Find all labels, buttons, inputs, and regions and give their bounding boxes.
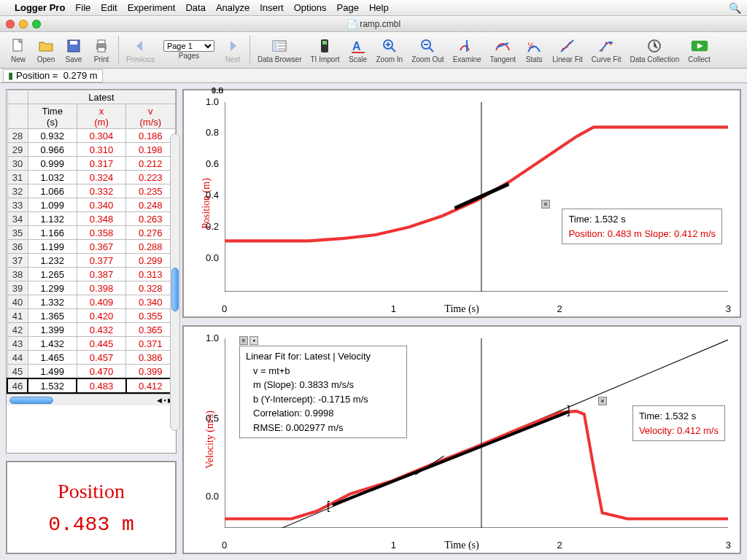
table-row[interactable]: 43 1.432 0.445 0.371 xyxy=(7,337,175,351)
workspace: Latest Time(s) x(m) v(m/s) 28 0.932 0.30… xyxy=(0,83,747,560)
col-v[interactable]: v(m/s) xyxy=(126,104,175,129)
previous-page-button[interactable]: Previous xyxy=(122,35,159,65)
svg-text:[: [ xyxy=(327,499,330,512)
sensor-status-bar: ▮ Position = 0.279 m xyxy=(0,69,747,83)
next-page-button[interactable]: Next xyxy=(219,35,247,65)
curve-fit-button[interactable]: Curve Fit xyxy=(587,35,626,65)
svg-rect-2 xyxy=(70,41,77,44)
svg-point-15 xyxy=(562,48,565,50)
graph2-examine-close-icon[interactable]: × xyxy=(598,397,607,405)
graph2-fit-readout[interactable]: Linear Fit for: Latest | Velocity v = mt… xyxy=(239,346,407,438)
menu-data[interactable]: Data xyxy=(185,2,205,13)
table-row[interactable]: 46 1.532 0.483 0.412 xyxy=(7,378,175,393)
table-row[interactable]: 40 1.332 0.409 0.340 xyxy=(7,295,175,309)
table-row[interactable]: 39 1.299 0.398 0.328 xyxy=(7,281,175,295)
table-row[interactable]: 41 1.365 0.420 0.355 xyxy=(7,309,175,323)
svg-point-18 xyxy=(601,50,603,52)
menubar: Logger Pro File Edit Experiment Data Ana… xyxy=(0,0,747,16)
menu-insert[interactable]: Insert xyxy=(260,2,284,13)
graph-position[interactable]: Position (m) Time (s) 1.0 0.8 xyxy=(182,89,741,318)
graph1-examine-close-icon[interactable]: × xyxy=(541,200,550,209)
svg-point-16 xyxy=(566,46,568,48)
app-name[interactable]: Logger Pro xyxy=(15,2,65,13)
graph2-cursor-time: Time: 1.532 s xyxy=(639,409,719,424)
graph1-cursor-time: Time: 1.532 s xyxy=(568,212,716,227)
meter-value: 0.483 m xyxy=(48,513,134,536)
page-dropdown[interactable]: Page 1 xyxy=(163,40,214,52)
graph1-examine-readout[interactable]: Time: 1.532 s Position: 0.483 m Slope: 0… xyxy=(562,209,722,244)
graph-velocity[interactable]: Velocity (m/s) Time (s) xyxy=(182,325,741,554)
sensor-value: 0.279 m xyxy=(63,70,98,81)
svg-point-19 xyxy=(605,42,608,44)
data-collection-button[interactable]: Data Collection xyxy=(625,35,684,65)
menu-analyze[interactable]: Analyze xyxy=(216,2,249,13)
menu-help[interactable]: Help xyxy=(369,2,389,13)
svg-rect-4 xyxy=(98,40,105,44)
menu-experiment[interactable]: Experiment xyxy=(128,2,176,13)
window-titlebar: 📄 ramp.cmbl xyxy=(0,16,747,32)
svg-rect-5 xyxy=(98,47,105,52)
table-row[interactable]: 42 1.399 0.432 0.365 xyxy=(7,323,175,337)
svg-point-20 xyxy=(610,43,612,45)
table-row[interactable]: 44 1.465 0.457 0.386 xyxy=(7,351,175,365)
col-time[interactable]: Time(s) xyxy=(28,104,77,129)
svg-point-13 xyxy=(465,44,468,47)
table-row[interactable]: 33 1.099 0.340 0.248 xyxy=(7,198,175,212)
menu-file[interactable]: File xyxy=(75,2,90,13)
data-table[interactable]: Latest Time(s) x(m) v(m/s) 28 0.932 0.30… xyxy=(6,89,177,454)
graph1-cursor-values: Position: 0.483 m Slope: 0.412 m/s xyxy=(568,227,716,241)
examine-button[interactable]: Examine xyxy=(449,35,486,65)
print-button[interactable]: Print xyxy=(88,35,115,65)
svg-rect-9 xyxy=(322,41,327,44)
menu-page[interactable]: Page xyxy=(337,2,359,13)
toolbar: New Open Save Print Previous Page 1 Page… xyxy=(0,32,747,69)
table-row[interactable]: 38 1.265 0.387 0.313 xyxy=(7,268,175,281)
zoom-in-button[interactable]: Zoom In xyxy=(372,35,408,65)
table-h-scrollbar[interactable]: ◀ ▪ ▶ xyxy=(7,394,176,405)
sensor-icon: ▮ xyxy=(8,70,13,81)
table-row[interactable]: 32 1.066 0.332 0.235 xyxy=(7,184,175,198)
collect-button[interactable]: Collect xyxy=(684,35,715,65)
table-row[interactable]: 36 1.199 0.367 0.288 xyxy=(7,240,175,254)
graph2-examine-readout[interactable]: Time: 1.532 s Velocity: 0.412 m/s xyxy=(632,405,725,441)
table-row[interactable]: 29 0.966 0.310 0.198 xyxy=(7,143,175,157)
spotlight-icon[interactable]: 🔍 xyxy=(729,2,741,14)
document-icon: 📄 xyxy=(347,19,357,29)
menu-options[interactable]: Options xyxy=(294,2,327,13)
table-row[interactable]: 35 1.166 0.358 0.276 xyxy=(7,226,175,240)
svg-text:A: A xyxy=(352,40,361,52)
page-selector[interactable]: Page 1 Pages xyxy=(159,39,219,61)
data-browser-button[interactable]: Data Browser xyxy=(253,35,306,65)
graph1-x-axis-label[interactable]: Time (s) xyxy=(444,303,479,315)
table-row[interactable]: 31 1.032 0.324 0.223 xyxy=(7,171,175,184)
pages-label: Pages xyxy=(179,52,199,60)
meter-position[interactable]: Position 0.483 m xyxy=(6,461,177,554)
save-button[interactable]: Save xyxy=(60,35,88,65)
table-group-header[interactable]: Latest xyxy=(28,90,175,104)
table-row[interactable]: 37 1.232 0.377 0.299 xyxy=(7,254,175,268)
graph2-fit-close-icon[interactable]: × xyxy=(239,336,248,345)
window-title: ramp.cmbl xyxy=(360,19,400,29)
svg-rect-7 xyxy=(273,41,277,51)
meter-label: Position xyxy=(58,480,125,503)
open-button[interactable]: Open xyxy=(32,35,60,65)
tangent-button[interactable]: Tangent xyxy=(486,35,521,65)
new-button[interactable]: New xyxy=(4,35,32,65)
ti-import-button[interactable]: TI Import xyxy=(306,35,344,65)
table-v-scrollbar[interactable] xyxy=(170,133,180,431)
table-row[interactable]: 45 1.499 0.470 0.399 xyxy=(7,365,175,379)
sensor-readout[interactable]: ▮ Position = 0.279 m xyxy=(3,69,103,82)
table-row[interactable]: 28 0.932 0.304 0.186 xyxy=(7,129,175,143)
col-x[interactable]: x(m) xyxy=(77,104,125,129)
zoom-out-button[interactable]: Zoom Out xyxy=(407,35,448,65)
table-row[interactable]: 34 1.132 0.348 0.263 xyxy=(7,212,175,226)
svg-text:]: ] xyxy=(567,403,570,416)
graph2-x-axis-label[interactable]: Time (s) xyxy=(444,540,479,551)
stats-button[interactable]: ½Stats xyxy=(520,35,548,65)
linear-fit-button[interactable]: Linear Fit xyxy=(548,35,587,65)
menu-edit[interactable]: Edit xyxy=(101,2,117,13)
graph2-cursor-value: Velocity: 0.412 m/s xyxy=(639,424,719,438)
scale-button[interactable]: AScale xyxy=(344,35,372,65)
table-row[interactable]: 30 0.999 0.317 0.212 xyxy=(7,157,175,171)
graph2-fit-options-icon[interactable]: ▪ xyxy=(249,336,258,345)
